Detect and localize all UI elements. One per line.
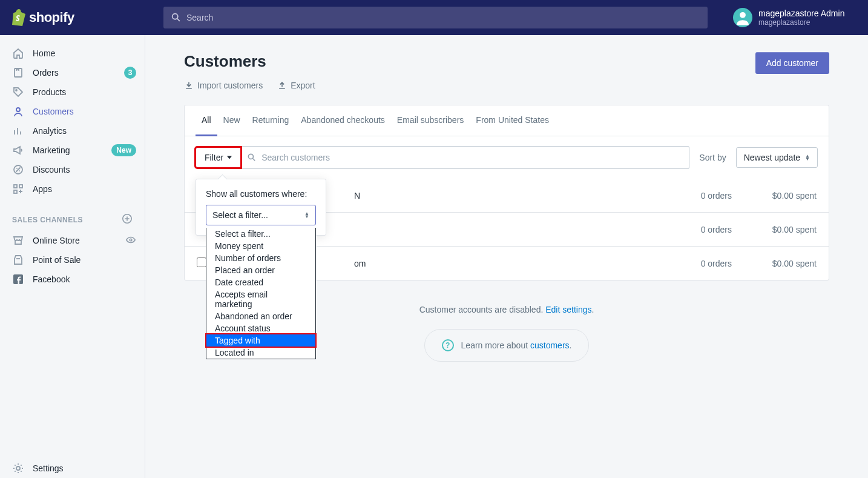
svg-rect-6 [19, 185, 22, 188]
sidebar-item-settings[interactable]: Settings [0, 459, 145, 478]
sidebar-item-marketing[interactable]: Marketing New [0, 141, 145, 160]
upload-icon [277, 81, 287, 90]
global-search-input[interactable] [186, 13, 700, 22]
dd-option[interactable]: Placed an order [206, 264, 315, 276]
customers-card: All New Returning Abandoned checkouts Em… [184, 105, 829, 280]
sidebar-channel-online-store[interactable]: Online Store [0, 231, 145, 250]
export-button[interactable]: Export [277, 81, 315, 90]
add-channel-icon[interactable] [122, 213, 133, 226]
dd-option[interactable]: Accepts email marketing [206, 288, 315, 310]
import-button[interactable]: Import customers [184, 81, 263, 90]
user-menu[interactable]: mageplazastore Admin mageplazastore [726, 8, 868, 27]
home-icon [12, 47, 24, 59]
customers-icon [12, 105, 24, 118]
dd-option-tagged-with[interactable]: Tagged with [206, 334, 315, 347]
sidebar-label: Discounts [33, 165, 70, 174]
svg-rect-5 [14, 185, 17, 188]
svg-point-11 [16, 466, 20, 470]
tab-email-subs[interactable]: Email subscribers [391, 105, 470, 136]
sidebar-item-customers[interactable]: Customers [0, 102, 145, 121]
tab-abandoned[interactable]: Abandoned checkouts [295, 105, 391, 136]
sidebar-label: Facebook [33, 274, 70, 284]
dd-option[interactable]: Account status [206, 322, 315, 334]
main-content: Customers Import customers Export Add cu… [145, 35, 868, 478]
customers-link[interactable]: customers [530, 340, 570, 350]
filter-toolbar: Filter Show all customers where: Select … [185, 136, 829, 179]
row-spent: $0.00 spent [732, 225, 817, 234]
tab-all[interactable]: All [196, 105, 217, 136]
sidebar-label: Analytics [33, 126, 67, 136]
facebook-icon [12, 273, 24, 285]
row-checkbox[interactable] [197, 257, 206, 267]
tabs: All New Returning Abandoned checkouts Em… [185, 105, 829, 136]
shopify-bag-icon [11, 9, 25, 26]
sidebar: Home Orders 3 Products Customers Analyti… [0, 35, 145, 478]
customer-search-input[interactable] [257, 153, 683, 162]
tab-new[interactable]: New [217, 105, 246, 136]
avatar [733, 8, 752, 27]
tab-from-us[interactable]: From United States [470, 105, 555, 136]
sidebar-label: Products [33, 87, 66, 97]
user-names: mageplazastore Admin mageplazastore [758, 8, 844, 27]
row-spent: $0.00 spent [732, 191, 817, 201]
filter-popover: Show all customers where: Select a filte… [196, 179, 326, 236]
sidebar-channel-facebook[interactable]: Facebook [0, 270, 145, 289]
customer-search[interactable] [241, 146, 689, 169]
sidebar-label: Online Store [33, 236, 80, 245]
logo[interactable]: shopify [0, 9, 145, 26]
store-icon [12, 234, 24, 247]
filter-dropdown: Select a filter... Money spent Number of… [206, 228, 316, 359]
dd-option[interactable]: Abandoned an order [206, 310, 315, 322]
sidebar-item-orders[interactable]: Orders 3 [0, 63, 145, 82]
search-icon [171, 12, 182, 23]
filter-button[interactable]: Filter [196, 147, 241, 168]
brand-text: shopify [29, 10, 74, 25]
row-orders: 0 orders [635, 225, 732, 234]
dd-option[interactable]: Located in [206, 347, 315, 359]
tab-returning[interactable]: Returning [246, 105, 295, 136]
eye-icon[interactable] [125, 234, 136, 247]
sidebar-item-analytics[interactable]: Analytics [0, 121, 145, 141]
download-icon [184, 81, 194, 90]
sidebar-label: Customers [33, 107, 74, 116]
dd-option[interactable]: Money spent [206, 240, 315, 252]
orders-badge: 3 [124, 67, 136, 79]
dd-option[interactable]: Select a filter... [206, 228, 315, 240]
global-search[interactable] [163, 7, 708, 28]
row-spent: $0.00 spent [732, 259, 817, 268]
select-arrows-icon: ▲▼ [805, 154, 810, 161]
filter-select[interactable]: Select a filter... ▲▼ Select a filter...… [206, 205, 316, 225]
sort-select[interactable]: Newest update ▲▼ [736, 147, 818, 168]
sidebar-item-products[interactable]: Products [0, 82, 145, 102]
sort-by-label: Sort by [699, 153, 726, 162]
row-orders: 0 orders [635, 191, 732, 201]
user-name: mageplazastore Admin [758, 8, 844, 18]
products-icon [12, 86, 24, 98]
svg-point-9 [130, 239, 132, 241]
popover-label: Show all customers where: [206, 189, 316, 199]
dd-option[interactable]: Date created [206, 276, 315, 288]
page-title: Customers [184, 52, 755, 71]
row-orders: 0 orders [635, 259, 732, 268]
dd-option[interactable]: Number of orders [206, 252, 315, 264]
svg-point-2 [16, 90, 17, 91]
edit-settings-link[interactable]: Edit settings [545, 305, 591, 314]
sidebar-item-discounts[interactable]: Discounts [0, 160, 145, 179]
analytics-icon [12, 125, 24, 137]
sidebar-item-home[interactable]: Home [0, 44, 145, 63]
sidebar-channel-pos[interactable]: Point of Sale [0, 250, 145, 270]
sidebar-label: Orders [33, 68, 59, 78]
gear-icon [12, 462, 24, 474]
learn-more-pill[interactable]: ? Learn more about customers. [424, 329, 590, 362]
pos-icon [12, 254, 24, 266]
add-customer-button[interactable]: Add customer [755, 52, 829, 74]
apps-icon [12, 183, 24, 195]
caret-down-icon [227, 156, 232, 159]
sidebar-label: Point of Sale [33, 255, 81, 265]
svg-point-3 [16, 108, 20, 111]
sidebar-label: Home [33, 48, 55, 58]
sidebar-item-apps[interactable]: Apps [0, 179, 145, 199]
search-icon [247, 153, 257, 162]
select-arrows-icon: ▲▼ [304, 212, 309, 218]
marketing-icon [12, 144, 24, 156]
